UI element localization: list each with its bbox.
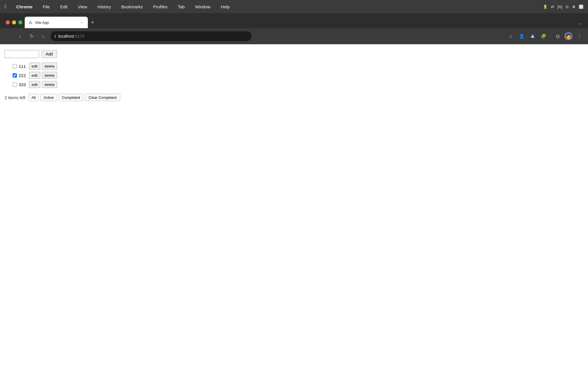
forward-icon: › — [19, 33, 21, 39]
todo-delete-button-2[interactable]: delete — [42, 72, 57, 79]
notch-area: ⬜ — [579, 5, 583, 9]
menu-file[interactable]: File — [41, 4, 51, 10]
todo-edit-button-1[interactable]: edit — [29, 63, 40, 70]
vite-icon — [530, 34, 535, 39]
filter-all-button[interactable]: All — [28, 94, 39, 101]
menu-view[interactable]: View — [76, 4, 89, 10]
control-center-icon: ⊕ — [572, 5, 575, 9]
todo-delete-button-3[interactable]: delete — [42, 81, 57, 88]
minimize-window-button[interactable] — [12, 20, 16, 24]
todo-edit-button-2[interactable]: edit — [29, 72, 40, 79]
todo-checkbox-1[interactable] — [13, 64, 17, 68]
sidebar-icon: ⊟ — [556, 34, 560, 39]
toolbar-separator — [550, 33, 551, 39]
filter-active-button[interactable]: Active — [40, 94, 57, 101]
add-todo-button[interactable]: Add — [41, 50, 57, 58]
menu-tab[interactable]: Tab — [176, 4, 186, 10]
todo-edit-button-3[interactable]: edit — [29, 81, 40, 88]
todo-text-3: 333 — [19, 82, 27, 87]
address-bar[interactable]: ℹ localhost:5173 — [51, 31, 252, 41]
menu-window[interactable]: Window — [193, 4, 212, 10]
wifi-icon: ⊙ — [566, 5, 569, 9]
menu-profiles[interactable]: Profiles — [151, 4, 169, 10]
avatar-image: 🧑 — [565, 33, 572, 39]
page-content: Add 111 edit delete 222 edit delete 333 … — [0, 44, 588, 381]
tabbar-right: ⌄ — [577, 13, 585, 28]
filter-completed-button[interactable]: Completed — [59, 94, 83, 101]
airdrop-icon: ⇄ — [551, 5, 554, 9]
todo-item-2: 222 edit delete — [13, 72, 583, 79]
person-icon: 👤 — [519, 34, 525, 39]
ellipsis-icon: ⋮ — [577, 34, 582, 39]
apple-menu[interactable]:  — [5, 4, 7, 10]
menu-help[interactable]: Help — [219, 4, 231, 10]
profile-avatar[interactable]: 🧑 — [564, 32, 572, 40]
input-lang-icon: [A] — [558, 5, 562, 9]
toolbar-right: ☆ 👤 🧩 ⊟ 🧑 ⋮ — [507, 32, 583, 40]
add-form: Add — [5, 50, 583, 58]
tab-list-dropdown[interactable]: ⌄ — [577, 19, 585, 27]
clear-completed-button[interactable]: Clear Completed — [85, 94, 120, 101]
menubar:  Chrome File Edit View History Bookmark… — [0, 0, 588, 13]
todo-item-1: 111 edit delete — [13, 63, 583, 70]
maximize-window-button[interactable] — [18, 20, 22, 24]
close-window-button[interactable] — [6, 20, 10, 24]
address-host: localhost — [58, 34, 74, 39]
items-left-label: 2 items left — [5, 95, 26, 100]
refresh-button[interactable]: ↻ — [28, 32, 36, 40]
footer: 2 items left All Active Completed Clear … — [5, 94, 583, 101]
forward-button[interactable]: › — [16, 32, 24, 40]
extensions-button[interactable]: 🧩 — [539, 32, 548, 40]
back-icon: ‹ — [8, 33, 9, 39]
todo-list: 111 edit delete 222 edit delete 333 edit… — [5, 63, 583, 88]
traffic-lights — [3, 17, 25, 28]
battery-icon: 🔋 — [543, 5, 548, 9]
todo-text-2: 222 — [19, 73, 27, 78]
add-todo-input[interactable] — [5, 50, 39, 58]
address-port: :5173 — [74, 34, 84, 39]
address-text: localhost:5173 — [58, 34, 247, 39]
refresh-icon: ↻ — [30, 33, 34, 39]
info-icon: ℹ — [55, 34, 56, 39]
todo-checkbox-2[interactable] — [13, 73, 17, 78]
home-icon: ⌂ — [42, 33, 45, 39]
addressbar: ‹ › ↻ ⌂ ℹ localhost:5173 ☆ 👤 🧩 — [0, 28, 588, 44]
todo-checkbox-3[interactable] — [13, 82, 17, 87]
todo-delete-button-1[interactable]: delete — [42, 63, 57, 70]
tabbar-left: Vite App × + — [3, 13, 97, 28]
profile-button[interactable]: 👤 — [518, 32, 526, 40]
puzzle-icon: 🧩 — [541, 34, 546, 39]
new-tab-button[interactable]: + — [88, 18, 97, 27]
tab-close-button[interactable]: × — [79, 20, 84, 25]
home-button[interactable]: ⌂ — [39, 32, 47, 40]
menubar-status-area: 🔋 ⇄ [A] ⊙ ⊕ ⬜ — [543, 5, 583, 9]
bookmark-button[interactable]: ☆ — [507, 32, 515, 40]
todo-item-3: 333 edit delete — [13, 81, 583, 88]
more-menu-button[interactable]: ⋮ — [575, 32, 583, 40]
vite-extension-button[interactable] — [529, 32, 537, 40]
menu-bookmarks[interactable]: Bookmarks — [119, 4, 144, 10]
todo-text-1: 111 — [19, 64, 27, 69]
menu-history[interactable]: History — [96, 4, 113, 10]
tab-favicon — [28, 20, 33, 25]
back-button[interactable]: ‹ — [5, 32, 13, 40]
sidebar-button[interactable]: ⊟ — [554, 32, 562, 40]
menu-edit[interactable]: Edit — [58, 4, 69, 10]
active-tab[interactable]: Vite App × — [25, 17, 88, 28]
bookmark-icon: ☆ — [509, 34, 513, 39]
menu-chrome[interactable]: Chrome — [15, 4, 34, 10]
tab-title: Vite App — [35, 20, 77, 25]
tabbar: Vite App × + ⌄ — [0, 13, 588, 28]
